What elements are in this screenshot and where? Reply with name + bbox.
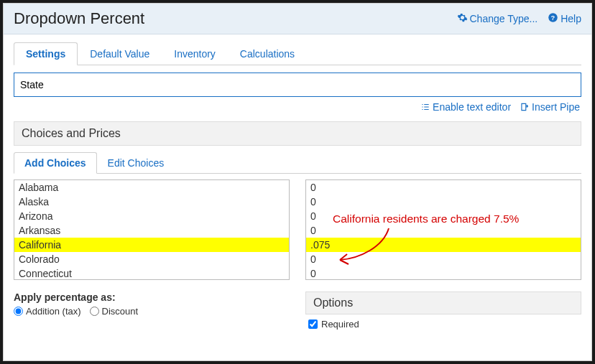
radio-discount[interactable]: Discount — [90, 306, 139, 317]
apply-section: Apply percentage as: Addition (tax) Disc… — [14, 291, 290, 330]
tab-inventory[interactable]: Inventory — [162, 42, 228, 65]
bottom-row: Apply percentage as: Addition (tax) Disc… — [14, 291, 581, 330]
required-checkbox[interactable] — [308, 319, 318, 329]
subtab-add-choices[interactable]: Add Choices — [14, 152, 97, 174]
radio-addition-label: Addition (tax) — [26, 306, 81, 317]
tab-settings[interactable]: Settings — [14, 42, 78, 65]
list-item[interactable]: 0 — [306, 252, 581, 266]
enable-text-editor-link[interactable]: Enable text editor — [420, 101, 511, 113]
list-item[interactable]: 0 — [306, 209, 581, 223]
subtab-edit-choices[interactable]: Edit Choices — [97, 152, 175, 174]
change-type-link[interactable]: Change Type... — [457, 12, 538, 25]
choices-section-title: Choices and Prices — [14, 121, 581, 146]
main-tabs: Settings Default Value Inventory Calcula… — [14, 42, 581, 65]
dialog-header: Dropdown Percent Change Type... ? Help — [4, 4, 591, 34]
list-item[interactable]: 0 — [306, 223, 581, 238]
list-item[interactable]: Colorado — [14, 252, 289, 266]
svg-text:?: ? — [551, 14, 555, 22]
change-type-label: Change Type... — [470, 13, 538, 24]
help-link[interactable]: ? Help — [548, 12, 581, 25]
values-listbox[interactable]: 0000.075000 — [305, 179, 581, 280]
list-item[interactable]: Alaska — [14, 195, 289, 209]
list-item[interactable]: .075 — [306, 238, 581, 252]
apply-radio-row: Addition (tax) Discount — [14, 306, 290, 317]
field-name-input[interactable] — [14, 73, 581, 97]
radio-addition-input[interactable] — [14, 307, 23, 316]
list-item[interactable]: 0 — [306, 195, 581, 209]
list-item[interactable]: Arizona — [14, 209, 289, 223]
choices-subtabs: Add Choices Edit Choices — [14, 151, 581, 174]
options-section: Options Required — [305, 291, 581, 330]
dialog-window: Dropdown Percent Change Type... ? Help S… — [3, 3, 592, 361]
input-actions: Enable text editor Insert Pipe — [14, 97, 581, 121]
apply-label: Apply percentage as: — [14, 291, 290, 303]
list-item[interactable]: Arkansas — [14, 223, 289, 238]
insert-pipe-link[interactable]: Insert Pipe — [520, 101, 580, 113]
radio-addition[interactable]: Addition (tax) — [14, 306, 81, 317]
dialog-title: Dropdown Percent — [14, 9, 144, 28]
tab-default-value[interactable]: Default Value — [78, 42, 162, 65]
list-item[interactable]: Connecticut — [14, 266, 289, 280]
required-label: Required — [321, 319, 359, 330]
list-item[interactable]: Alabama — [14, 180, 289, 195]
list-icon — [420, 102, 430, 112]
gear-icon — [457, 12, 468, 25]
choices-columns: AlabamaAlaskaArizonaArkansasCaliforniaCo… — [14, 179, 581, 280]
list-item[interactable]: 0 — [306, 180, 581, 195]
help-label: Help — [561, 13, 581, 24]
main-panel[interactable]: Settings Default Value Inventory Calcula… — [4, 34, 591, 360]
states-listbox[interactable]: AlabamaAlaskaArizonaArkansasCaliforniaCo… — [14, 179, 290, 280]
help-icon: ? — [548, 12, 558, 25]
enable-text-editor-label: Enable text editor — [433, 101, 511, 113]
list-item[interactable]: 0 — [306, 266, 581, 280]
options-title: Options — [305, 291, 581, 314]
header-actions: Change Type... ? Help — [457, 12, 582, 25]
list-item[interactable]: California — [14, 238, 289, 252]
export-icon — [520, 102, 530, 112]
tab-calculations[interactable]: Calculations — [228, 42, 307, 65]
insert-pipe-label: Insert Pipe — [532, 101, 580, 113]
required-row[interactable]: Required — [305, 319, 581, 330]
radio-discount-label: Discount — [102, 306, 139, 317]
radio-discount-input[interactable] — [90, 307, 99, 316]
